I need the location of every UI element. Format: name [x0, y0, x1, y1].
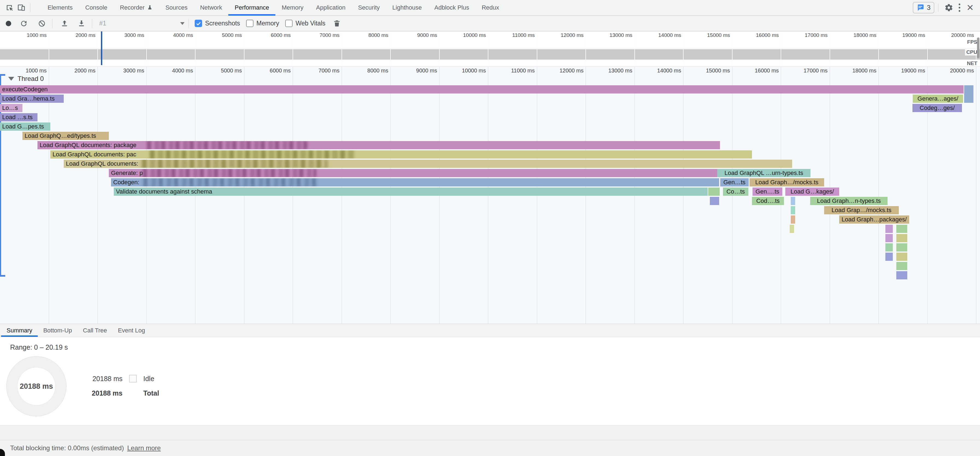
flame-bar-label: Load GraphQL documents: pac	[52, 151, 136, 158]
load-profile-icon[interactable]	[59, 17, 70, 30]
flame-bar[interactable]: Cod….ts	[752, 197, 784, 205]
flame-bar[interactable]: Gen….ts	[752, 187, 782, 196]
flame-bar[interactable]: Load Graph…packages/	[839, 215, 909, 224]
checkbox-screenshots[interactable]: Screenshots	[195, 20, 240, 27]
overview-playhead[interactable]	[101, 32, 102, 65]
clear-recording-icon[interactable]	[36, 17, 48, 30]
ruler-tick-label: 11000 ms	[483, 68, 535, 74]
drawer-tab-summary[interactable]: Summary	[1, 324, 38, 337]
tab-console[interactable]: Console	[79, 0, 114, 16]
performance-toolbar: #1 ScreenshotsMemoryWeb Vitals	[0, 16, 980, 32]
more-options-icon[interactable]	[955, 2, 964, 13]
tab-performance[interactable]: Performance	[228, 0, 275, 16]
tab-application[interactable]: Application	[310, 0, 352, 16]
flame-bar[interactable]: Load GraphQL …urn-types.ts	[717, 169, 810, 177]
flame-bar[interactable]: Load GraphQL documents:	[64, 160, 792, 168]
tab-adblock-plus[interactable]: Adblock Plus	[428, 0, 476, 16]
ruler-tick-label: 10000 ms	[434, 32, 486, 38]
flame-bar[interactable]: Load GraphQL documents: package	[37, 141, 720, 149]
timeline-overview[interactable]: 1000 ms2000 ms3000 ms4000 ms5000 ms6000 …	[0, 32, 980, 67]
flame-bar[interactable]: Load …s.ts	[0, 113, 37, 121]
flame-bar[interactable]: Codegen:	[111, 178, 719, 186]
flame-bar-block[interactable]	[710, 197, 719, 205]
flame-bar-block[interactable]	[896, 271, 907, 280]
settings-gear-icon[interactable]	[943, 2, 955, 14]
flame-bar-block[interactable]	[885, 234, 893, 242]
tabbar-divider	[30, 3, 30, 12]
device-toolbar-icon[interactable]	[15, 2, 27, 14]
drawer-tab-event-log[interactable]: Event Log	[112, 324, 150, 337]
flame-bar-block[interactable]	[791, 197, 795, 205]
flame-bar[interactable]: Codeg…ges/	[912, 104, 962, 112]
flame-bar-block[interactable]	[790, 225, 794, 233]
delete-recording-icon[interactable]	[331, 17, 343, 30]
tab-label: Lighthouse	[392, 4, 422, 11]
checkbox-memory[interactable]: Memory	[246, 20, 279, 27]
reload-and-record-icon[interactable]	[18, 17, 30, 30]
tab-elements[interactable]: Elements	[41, 0, 79, 16]
flame-bar-block[interactable]	[896, 234, 907, 242]
flame-bar[interactable]: Load Gra…hema.ts	[0, 95, 64, 103]
devtools-window: ElementsConsoleRecorderSourcesNetworkPer…	[0, 0, 980, 456]
drawer-tab-call-tree[interactable]: Call Tree	[77, 324, 112, 337]
tab-sources[interactable]: Sources	[159, 0, 194, 16]
flame-bar-block[interactable]	[885, 243, 893, 251]
save-profile-icon[interactable]	[75, 17, 88, 30]
tab-recorder[interactable]: Recorder	[113, 0, 159, 16]
drawer-tab-bottom-up[interactable]: Bottom-Up	[38, 324, 77, 337]
flame-bar[interactable]: Genera…ages/	[913, 95, 963, 103]
flame-bar-block[interactable]	[708, 187, 720, 196]
flame-bar[interactable]: Load G…kages/	[785, 187, 839, 196]
flame-bar-block[interactable]	[896, 262, 907, 270]
checkbox-web-vitals[interactable]: Web Vitals	[285, 20, 325, 27]
checkbox-unchecked[interactable]	[285, 20, 293, 27]
tab-redux[interactable]: Redux	[476, 0, 506, 16]
flame-bar-block[interactable]	[896, 225, 907, 233]
flame-bar[interactable]: Load GraphQL documents: pac	[50, 150, 752, 159]
tab-label: Elements	[48, 4, 73, 11]
ruler-tick-label: 4000 ms	[141, 68, 193, 74]
flame-bar[interactable]: Co…ts	[723, 187, 748, 196]
flame-bar[interactable]: Load Grap…/mocks.ts	[824, 206, 899, 214]
checkbox-unchecked[interactable]	[246, 20, 253, 27]
redacted-text-blur	[148, 150, 356, 159]
flame-bar-block[interactable]	[896, 253, 907, 261]
flame-bar[interactable]: Validate documents against schema	[114, 187, 708, 196]
feedback-badge-button[interactable]: 3	[913, 2, 934, 13]
flame-bar-block[interactable]	[791, 215, 795, 224]
flame-chart[interactable]: Thread 0 1000 ms2000 ms3000 ms4000 ms500…	[0, 67, 980, 324]
flame-bar-block[interactable]	[964, 85, 974, 103]
drawer-tabbar: SummaryBottom-UpCall TreeEvent Log	[0, 324, 980, 337]
flame-bar-block[interactable]	[885, 225, 893, 233]
flame-bar[interactable]: Generate: p	[109, 169, 717, 177]
flame-bar[interactable]: Lo…s	[0, 104, 22, 112]
chat-bubble-icon	[916, 4, 924, 11]
tab-security[interactable]: Security	[352, 0, 386, 16]
flame-bar-label: Genera…ages/	[917, 95, 958, 102]
record-button[interactable]	[6, 21, 11, 26]
flame-bar[interactable]: executeCodegen	[0, 85, 964, 94]
ruler-tick-label: 9000 ms	[385, 32, 437, 38]
tab-lighthouse[interactable]: Lighthouse	[386, 0, 428, 16]
close-icon[interactable]: ✕	[964, 2, 976, 13]
flame-bar[interactable]: Load Graph…n-types.ts	[810, 197, 888, 205]
divider	[938, 3, 939, 12]
checkbox-checked[interactable]	[195, 20, 202, 27]
flame-bar-label: Lo…s	[2, 105, 18, 111]
flame-bar[interactable]: Load GraphQ…ed/types.ts	[22, 132, 109, 140]
recording-select[interactable]: #1	[99, 20, 185, 27]
feedback-count: 3	[927, 4, 931, 11]
flame-bar-block[interactable]	[896, 243, 907, 251]
total-blocking-time-text: Total blocking time: 0.00ms (estimated)	[10, 444, 124, 452]
flame-bar-block[interactable]	[791, 206, 795, 214]
overview-scrollbar-thumb[interactable]	[977, 37, 980, 58]
flame-bar[interactable]: Load G…pes.ts	[0, 122, 50, 131]
flame-bar[interactable]: Gen…ts	[720, 178, 749, 186]
thread-track-header[interactable]: Thread 0	[8, 75, 44, 83]
tab-memory[interactable]: Memory	[275, 0, 310, 16]
inspect-element-icon[interactable]	[3, 2, 15, 14]
flame-bar-block[interactable]	[885, 253, 893, 261]
flame-bar[interactable]: Load Graph…/mocks.ts	[749, 178, 824, 186]
tab-network[interactable]: Network	[194, 0, 229, 16]
learn-more-link[interactable]: Learn more	[127, 444, 161, 452]
